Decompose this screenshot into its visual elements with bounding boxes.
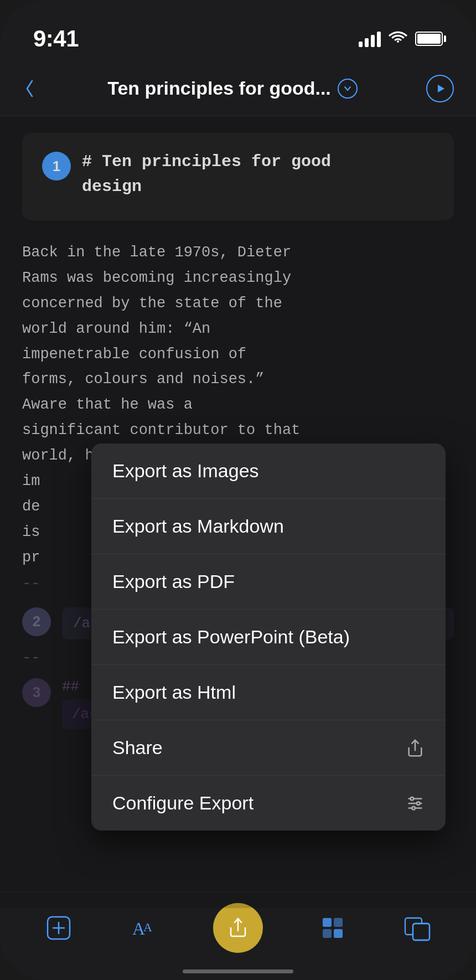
- menu-item-export-html-label: Export as Html: [112, 682, 236, 703]
- menu-item-configure-export[interactable]: Configure Export: [91, 776, 446, 831]
- gallery-button[interactable]: [403, 914, 432, 942]
- nav-title: Ten principles for good...: [107, 78, 331, 99]
- signal-icon: [359, 30, 381, 47]
- svg-text:A: A: [143, 920, 152, 934]
- nav-bar: Ten principles for good...: [0, 61, 476, 116]
- wifi-icon: [389, 30, 407, 48]
- status-icons: [359, 30, 443, 48]
- dropdown-button[interactable]: [338, 79, 358, 99]
- share-icon: [406, 739, 425, 757]
- status-bar: 9:41: [0, 0, 476, 61]
- nav-title-container: Ten principles for good...: [107, 78, 358, 99]
- menu-item-export-pdf-label: Export as PDF: [112, 571, 235, 592]
- svg-point-6: [417, 802, 420, 805]
- context-menu: Export as Images Export as Markdown Expo…: [91, 443, 446, 831]
- menu-item-export-powerpoint-label: Export as PowerPoint (Beta): [112, 626, 350, 648]
- phone-frame: 9:41 Ten principles for good...: [0, 0, 476, 980]
- svg-rect-19: [413, 924, 430, 940]
- svg-rect-15: [334, 918, 343, 927]
- menu-item-share[interactable]: Share: [91, 720, 446, 776]
- battery-icon: [415, 32, 443, 46]
- svg-rect-16: [323, 929, 332, 938]
- menu-item-export-markdown-label: Export as Markdown: [112, 515, 284, 537]
- menu-item-share-label: Share: [112, 737, 163, 759]
- play-button[interactable]: [426, 75, 454, 102]
- add-button[interactable]: [44, 914, 73, 942]
- menu-item-export-images[interactable]: Export as Images: [91, 443, 446, 499]
- svg-rect-14: [323, 918, 332, 927]
- colors-button[interactable]: [318, 914, 347, 942]
- menu-item-export-powerpoint[interactable]: Export as PowerPoint (Beta): [91, 610, 446, 665]
- content-area: 1 # Ten principles for good design Back …: [0, 116, 476, 908]
- svg-marker-0: [438, 85, 444, 92]
- status-time: 9:41: [33, 25, 79, 52]
- home-indicator: [183, 969, 293, 973]
- svg-point-7: [412, 806, 415, 809]
- fonts-button[interactable]: A A: [129, 914, 158, 942]
- menu-item-export-html[interactable]: Export as Html: [91, 665, 446, 720]
- menu-item-export-images-label: Export as Images: [112, 460, 259, 482]
- menu-item-export-pdf[interactable]: Export as PDF: [91, 554, 446, 610]
- svg-rect-17: [334, 929, 343, 938]
- menu-item-export-markdown[interactable]: Export as Markdown: [91, 499, 446, 554]
- menu-item-configure-export-label: Configure Export: [112, 792, 253, 814]
- back-button[interactable]: [22, 76, 39, 101]
- sliders-icon: [406, 794, 425, 813]
- svg-point-5: [411, 797, 414, 800]
- share-center-button[interactable]: [213, 903, 263, 953]
